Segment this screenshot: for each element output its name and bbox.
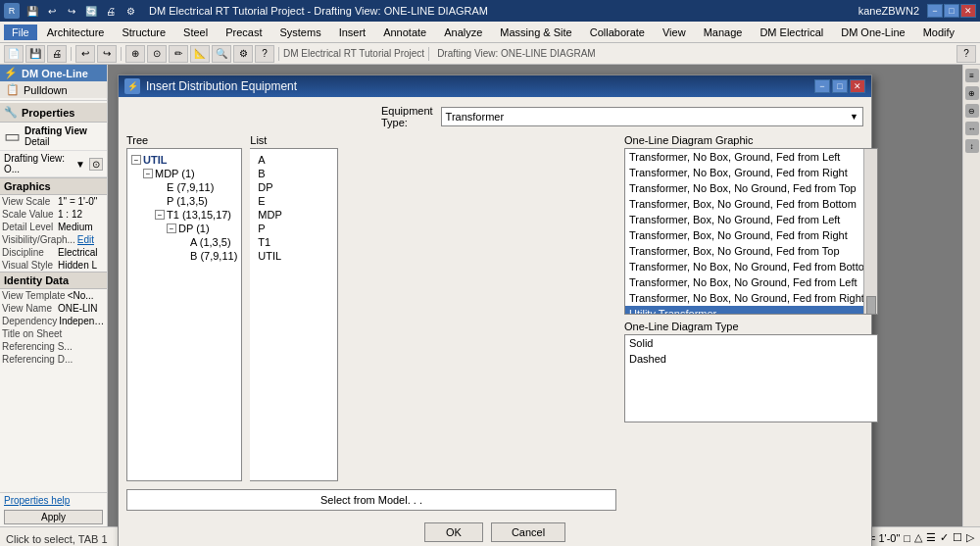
dialog-restore-btn[interactable]: □ — [832, 79, 848, 93]
toolbar-btn-10[interactable]: 🔍 — [212, 45, 231, 63]
menu-steel[interactable]: Steel — [175, 25, 216, 40]
menu-architecture[interactable]: Architecture — [39, 25, 113, 40]
scrollbar-thumb[interactable] — [866, 296, 876, 315]
list-item-t1[interactable]: T1 — [254, 235, 333, 249]
graphic-item-1[interactable]: Transformer, No Box, Ground, Fed from Ri… — [625, 165, 877, 180]
redo-btn[interactable]: ↪ — [63, 3, 80, 19]
properties-header[interactable]: 🔧 Properties — [0, 103, 107, 123]
toolbar-btn-2[interactable]: 💾 — [25, 45, 45, 63]
graphic-item-7[interactable]: Transformer, No Box, No Ground, Fed from… — [625, 259, 877, 274]
status-icon-4[interactable]: ✓ — [940, 531, 949, 544]
restore-btn[interactable]: □ — [944, 4, 959, 18]
properties-help-link[interactable]: Properties help — [0, 493, 107, 508]
toolbar-btn-4[interactable]: ↩ — [75, 45, 95, 63]
save-btn[interactable]: 💾 — [24, 3, 41, 19]
status-icon-1[interactable]: □ — [904, 532, 910, 544]
graphic-item-10[interactable]: Utility Transformer — [625, 306, 877, 315]
type-item-dashed[interactable]: Dashed — [625, 351, 877, 367]
right-sidebar-icon-4[interactable]: ↔ — [965, 122, 979, 135]
menu-insert[interactable]: Insert — [331, 25, 374, 40]
minimize-btn[interactable]: − — [927, 4, 943, 18]
apply-btn[interactable]: Apply — [4, 510, 103, 524]
menu-precast[interactable]: Precast — [218, 25, 270, 40]
tree-toggle-util[interactable]: − — [131, 155, 141, 165]
status-icon-2[interactable]: △ — [914, 531, 922, 544]
toolbar-btn-6[interactable]: ⊕ — [125, 45, 145, 63]
graphic-item-5[interactable]: Transformer, Box, No Ground, Fed from Ri… — [625, 227, 877, 243]
tree-item-b[interactable]: B (7,9,11) — [131, 249, 237, 263]
list-item-a[interactable]: A — [254, 153, 333, 167]
status-icon-6[interactable]: ▷ — [966, 531, 974, 544]
menu-modify[interactable]: Modify — [915, 25, 962, 40]
list-panel[interactable]: A B DP E MDP P T1 UTIL — [250, 148, 338, 481]
menu-dm-electrical[interactable]: DM Electrical — [752, 25, 831, 40]
tree-item-dp[interactable]: − DP (1) — [131, 222, 237, 235]
cancel-button[interactable]: Cancel — [491, 522, 565, 542]
right-sidebar-icon-2[interactable]: ⊕ — [965, 86, 979, 100]
graphic-item-0[interactable]: Transformer, No Box, Ground, Fed from Le… — [625, 149, 877, 165]
tree-toggle-mdp[interactable]: − — [143, 169, 153, 178]
menu-file[interactable]: File — [4, 25, 37, 40]
right-sidebar-icon-3[interactable]: ⊖ — [965, 104, 979, 118]
menu-manage[interactable]: Manage — [696, 25, 751, 40]
menu-view[interactable]: View — [655, 25, 694, 40]
list-item-b[interactable]: B — [254, 167, 333, 180]
status-icon-3[interactable]: ☰ — [926, 531, 936, 544]
graphic-list-scrollbar[interactable] — [863, 149, 877, 314]
menu-analyze[interactable]: Analyze — [436, 25, 490, 40]
right-sidebar-icon-1[interactable]: ≡ — [965, 69, 979, 82]
list-item-e[interactable]: E — [254, 194, 333, 208]
select-from-model-btn[interactable]: Select from Model. . . — [126, 489, 616, 511]
toolbar-btn-3[interactable]: 🖨 — [47, 45, 67, 63]
graphic-item-4[interactable]: Transformer, Box, No Ground, Fed from Le… — [625, 212, 877, 227]
type-item-solid[interactable]: Solid — [625, 335, 877, 351]
help-btn[interactable]: ? — [956, 45, 976, 63]
toolbar-btn-9[interactable]: 📐 — [190, 45, 210, 63]
toolbar-btn-11[interactable]: ⚙ — [233, 45, 253, 63]
menu-systems[interactable]: Systems — [271, 25, 328, 40]
print-btn[interactable]: 🖨 — [102, 3, 120, 19]
graphic-item-8[interactable]: Transformer, No Box, No Ground, Fed from… — [625, 274, 877, 290]
type-list[interactable]: Solid Dashed — [624, 334, 878, 422]
toolbar-btn-12[interactable]: ? — [255, 45, 274, 63]
equipment-type-dropdown[interactable]: Transformer ▼ — [441, 107, 863, 126]
right-sidebar-icon-5[interactable]: ↕ — [965, 139, 979, 153]
pulldown-item[interactable]: 📋 Pulldown — [0, 81, 108, 98]
status-icon-5[interactable]: ☐ — [953, 531, 962, 544]
toolbar-btn-5[interactable]: ↪ — [97, 45, 117, 63]
list-item-p[interactable]: P — [254, 222, 333, 235]
menu-annotate[interactable]: Annotate — [375, 25, 434, 40]
tree-item-e[interactable]: E (7,9,11) — [131, 180, 237, 194]
graphic-item-3[interactable]: Transformer, Box, No Ground, Fed from Bo… — [625, 196, 877, 212]
graphic-list[interactable]: Transformer, No Box, Ground, Fed from Le… — [624, 148, 878, 315]
tree-toggle-t1[interactable]: − — [155, 210, 165, 220]
toolbar-btn-1[interactable]: 📄 — [4, 45, 24, 63]
settings-btn[interactable]: ⚙ — [122, 3, 139, 19]
toolbar-btn-7[interactable]: ⊙ — [147, 45, 167, 63]
tree-panel[interactable]: − UTIL − MDP (1) — [126, 148, 242, 481]
instance-selector[interactable]: Drafting View: O... ▼ ⊙ — [0, 151, 107, 177]
menu-collaborate[interactable]: Collaborate — [582, 25, 653, 40]
tree-item-t1[interactable]: − T1 (13,15,17) — [131, 208, 237, 222]
dialog-close-btn[interactable]: ✕ — [850, 79, 865, 93]
tree-item-mdp[interactable]: − MDP (1) — [131, 167, 237, 180]
list-item-util[interactable]: UTIL — [254, 249, 333, 263]
visibility-row[interactable]: Visibility/Graph... Edit — [0, 233, 107, 246]
graphic-item-2[interactable]: Transformer, No Box, No Ground, Fed from… — [625, 180, 877, 196]
close-btn[interactable]: ✕ — [960, 4, 976, 18]
menu-dm-one-line[interactable]: DM One-Line — [833, 25, 912, 40]
ok-button[interactable]: OK — [424, 522, 483, 542]
menu-structure[interactable]: Structure — [114, 25, 173, 40]
toolbar-btn-8[interactable]: ✏ — [169, 45, 188, 63]
tree-item-util[interactable]: − UTIL — [131, 153, 237, 167]
dialog-minimize-btn[interactable]: − — [814, 79, 830, 93]
menu-massing[interactable]: Massing & Site — [492, 25, 579, 40]
tree-toggle-dp[interactable]: − — [167, 223, 176, 233]
graphic-item-9[interactable]: Transformer, No Box, No Ground, Fed from… — [625, 290, 877, 306]
graphic-item-6[interactable]: Transformer, Box, No Ground, Fed from To… — [625, 243, 877, 259]
tree-item-p[interactable]: P (1,3,5) — [131, 194, 237, 208]
list-item-dp[interactable]: DP — [254, 180, 333, 194]
sync-btn[interactable]: 🔄 — [82, 3, 100, 19]
tree-item-a[interactable]: A (1,3,5) — [131, 235, 237, 249]
list-item-mdp[interactable]: MDP — [254, 208, 333, 222]
